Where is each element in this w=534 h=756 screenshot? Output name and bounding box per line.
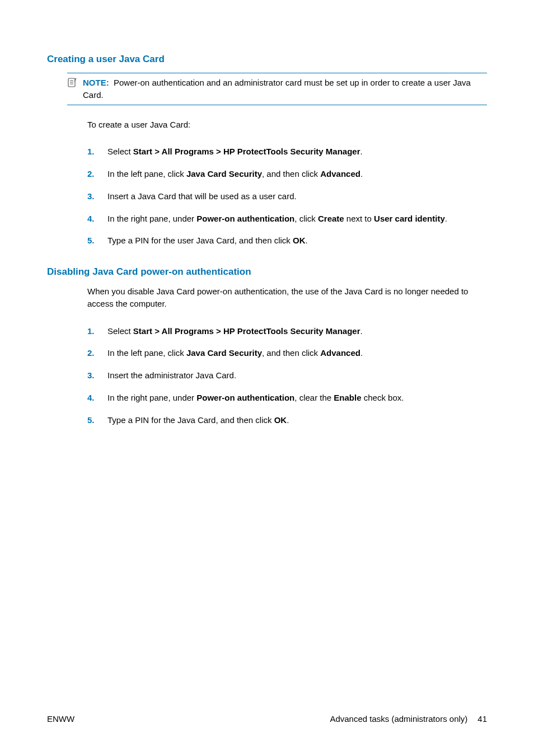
section-heading: Disabling Java Card power-on authenticat… [47, 266, 487, 278]
intro-text: When you disable Java Card power-on auth… [87, 285, 487, 310]
steps-list: 1. Select Start > All Programs > HP Prot… [87, 140, 487, 252]
step-text: Select Start > All Programs > HP Protect… [107, 145, 487, 158]
step-text: In the left pane, click Java Card Securi… [107, 347, 487, 359]
page-number: 41 [477, 714, 487, 724]
list-item: 4. In the right pane, under Power-on aut… [87, 387, 487, 409]
step-number: 2. [87, 168, 107, 180]
footer-section-title: Advanced tasks (administrators only) [330, 714, 467, 724]
step-number: 4. [87, 213, 107, 225]
list-item: 4. In the right pane, under Power-on aut… [87, 208, 487, 230]
note-icon [67, 78, 77, 91]
footer-right: Advanced tasks (administrators only)41 [330, 714, 487, 724]
step-text: Type a PIN for the user Java Card, and t… [107, 234, 487, 247]
step-number: 5. [87, 414, 107, 426]
note-text: NOTE: Power-on authentication and an adm… [83, 77, 487, 101]
step-text: In the right pane, under Power-on authen… [107, 392, 487, 404]
step-text: Type a PIN for the Java Card, and then c… [107, 414, 487, 426]
intro-text: To create a user Java Card: [87, 119, 487, 131]
list-item: 2. In the left pane, click Java Card Sec… [87, 163, 487, 185]
footer-left: ENWW [47, 714, 74, 724]
step-text: In the right pane, under Power-on authen… [107, 213, 487, 225]
list-item: 3. Insert a Java Card that will be used … [87, 185, 487, 208]
list-item: 1. Select Start > All Programs > HP Prot… [87, 320, 487, 342]
step-text: In the left pane, click Java Card Securi… [107, 168, 487, 180]
step-number: 5. [87, 234, 107, 247]
step-number: 3. [87, 190, 107, 203]
note-body: Power-on authentication and an administr… [83, 78, 471, 100]
list-item: 2. In the left pane, click Java Card Sec… [87, 342, 487, 364]
note-label: NOTE: [83, 78, 109, 87]
step-text: Select Start > All Programs > HP Protect… [107, 325, 487, 337]
step-number: 4. [87, 392, 107, 404]
step-number: 1. [87, 325, 107, 337]
page-footer: ENWW Advanced tasks (administrators only… [47, 714, 487, 724]
step-number: 1. [87, 145, 107, 158]
list-item: 5. Type a PIN for the Java Card, and the… [87, 409, 487, 431]
list-item: 5. Type a PIN for the user Java Card, an… [87, 229, 487, 252]
steps-list: 1. Select Start > All Programs > HP Prot… [87, 320, 487, 431]
note-block: NOTE: Power-on authentication and an adm… [67, 73, 487, 105]
list-item: 3. Insert the administrator Java Card. [87, 364, 487, 387]
step-number: 2. [87, 347, 107, 359]
list-item: 1. Select Start > All Programs > HP Prot… [87, 140, 487, 163]
step-number: 3. [87, 369, 107, 382]
step-text: Insert the administrator Java Card. [107, 369, 487, 382]
section-heading: Creating a user Java Card [47, 54, 487, 65]
step-text: Insert a Java Card that will be used as … [107, 190, 487, 203]
